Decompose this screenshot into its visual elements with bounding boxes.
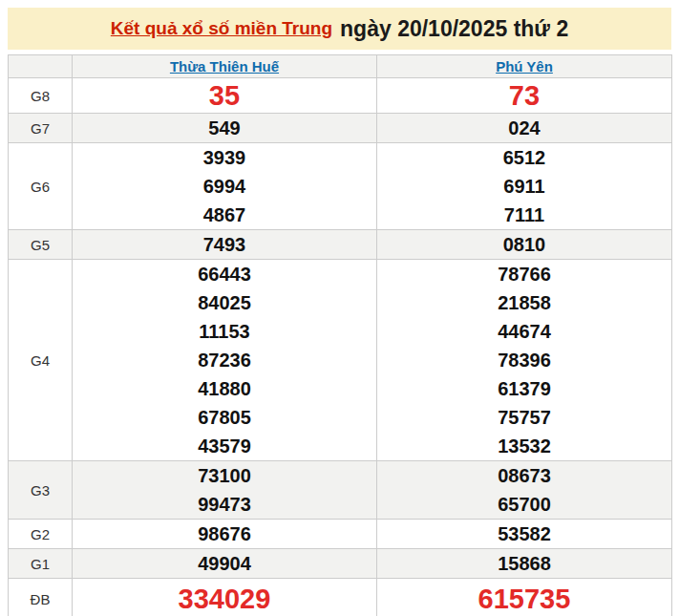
numbers-cell-G7-phu-yen: 024 xyxy=(377,114,672,143)
prize-row-G6: G6393969944867651269117111 xyxy=(9,143,672,230)
result-number: 13532 xyxy=(377,432,671,460)
prize-row-G5: G574930810 xyxy=(9,230,672,260)
column-header-thua-thien-hue: Thừa Thiên Huế xyxy=(73,55,377,78)
prize-label-G6: G6 xyxy=(9,143,73,230)
lottery-results-page: Kết quả xổ số miền Trung ngày 20/10/2025… xyxy=(0,0,679,616)
region-title-link[interactable]: Kết quả xổ số miền Trung xyxy=(111,18,332,39)
result-number: 78396 xyxy=(377,346,671,374)
numbers-cell-G2-phu-yen: 53582 xyxy=(377,520,672,549)
numbers-cell-G1-thua-thien-hue: 49904 xyxy=(73,549,377,579)
numbers-cell-G8-thua-thien-hue: 35 xyxy=(73,78,377,114)
result-number: 024 xyxy=(377,114,671,142)
result-number: 6512 xyxy=(377,143,671,172)
numbers-cell-DB-thua-thien-hue: 334029 xyxy=(73,579,377,616)
table-header-row: Thừa Thiên Huế Phú Yên xyxy=(9,55,672,78)
result-number: 08673 xyxy=(377,461,671,490)
numbers-cell-DB-phu-yen: 615735 xyxy=(377,579,672,616)
numbers-cell-G4-phu-yen: 78766218584467478396613797575713532 xyxy=(377,260,672,461)
prize-row-G4: G466443840251115387236418806780543579787… xyxy=(9,260,672,461)
prize-label-G5: G5 xyxy=(9,230,73,260)
numbers-cell-G1-phu-yen: 15868 xyxy=(377,549,672,579)
result-number: 41880 xyxy=(73,374,376,403)
numbers-cell-G2-thua-thien-hue: 98676 xyxy=(73,520,377,549)
prize-label-G3: G3 xyxy=(9,461,73,520)
result-number: 11153 xyxy=(73,317,376,346)
draw-date-title: ngày 20/10/2025 thứ 2 xyxy=(340,16,568,42)
result-number: 65700 xyxy=(377,490,671,519)
result-number: 87236 xyxy=(73,346,376,374)
result-number: 84025 xyxy=(73,288,376,317)
prize-row-G2: G29867653582 xyxy=(9,520,672,549)
prize-label-DB: ĐB xyxy=(9,579,73,616)
result-number: 7111 xyxy=(377,201,671,229)
prize-label-G8: G8 xyxy=(9,78,73,114)
prize-label-G1: G1 xyxy=(9,549,73,579)
results-table-body: G83573G7549024G6393969944867651269117111… xyxy=(9,78,672,616)
prize-label-G2: G2 xyxy=(9,520,73,549)
result-number: 4867 xyxy=(73,201,376,229)
prize-row-DB: ĐB334029615735 xyxy=(9,579,672,616)
prize-column-header xyxy=(9,55,73,78)
title-banner: Kết quả xổ số miền Trung ngày 20/10/2025… xyxy=(8,8,671,50)
prize-label-G4: G4 xyxy=(9,260,73,461)
result-number: 75757 xyxy=(377,403,671,432)
result-number: 15868 xyxy=(377,549,671,578)
results-table: Thừa Thiên Huế Phú Yên G83573G7549024G63… xyxy=(8,54,672,616)
result-number: 73100 xyxy=(73,461,376,490)
numbers-cell-G4-thua-thien-hue: 66443840251115387236418806780543579 xyxy=(73,260,377,461)
numbers-cell-G3-phu-yen: 0867365700 xyxy=(377,461,672,520)
result-number: 98676 xyxy=(73,520,376,548)
numbers-cell-G5-thua-thien-hue: 7493 xyxy=(73,230,377,260)
result-number: 3939 xyxy=(73,143,376,172)
column-header-phu-yen: Phú Yên xyxy=(377,55,672,78)
numbers-cell-G3-thua-thien-hue: 7310099473 xyxy=(73,461,377,520)
result-number: 6994 xyxy=(73,172,376,201)
result-number: 78766 xyxy=(377,260,671,288)
numbers-cell-G7-thua-thien-hue: 549 xyxy=(73,114,377,143)
result-number: 73 xyxy=(377,78,671,113)
result-number: 7493 xyxy=(73,230,376,259)
result-number: 49904 xyxy=(73,549,376,578)
province-link-thua-thien-hue[interactable]: Thừa Thiên Huế xyxy=(170,58,279,74)
prize-row-G3: G373100994730867365700 xyxy=(9,461,672,520)
numbers-cell-G6-phu-yen: 651269117111 xyxy=(377,143,672,230)
numbers-cell-G5-phu-yen: 0810 xyxy=(377,230,672,260)
prize-row-G1: G14990415868 xyxy=(9,549,672,579)
province-link-phu-yen[interactable]: Phú Yên xyxy=(496,58,553,74)
result-number: 61379 xyxy=(377,374,671,403)
result-number: 66443 xyxy=(73,260,376,288)
result-number: 44674 xyxy=(377,317,671,346)
result-number: 6911 xyxy=(377,172,671,201)
numbers-cell-G6-thua-thien-hue: 393969944867 xyxy=(73,143,377,230)
result-number: 615735 xyxy=(377,579,671,616)
result-number: 99473 xyxy=(73,490,376,519)
prize-row-G8: G83573 xyxy=(9,78,672,114)
prize-label-G7: G7 xyxy=(9,114,73,143)
result-number: 43579 xyxy=(73,432,376,460)
numbers-cell-G8-phu-yen: 73 xyxy=(377,78,672,114)
result-number: 0810 xyxy=(377,230,671,259)
result-number: 67805 xyxy=(73,403,376,432)
prize-row-G7: G7549024 xyxy=(9,114,672,143)
result-number: 549 xyxy=(73,114,376,142)
result-number: 334029 xyxy=(73,579,376,616)
result-number: 35 xyxy=(73,78,376,113)
result-number: 53582 xyxy=(377,520,671,548)
result-number: 21858 xyxy=(377,288,671,317)
